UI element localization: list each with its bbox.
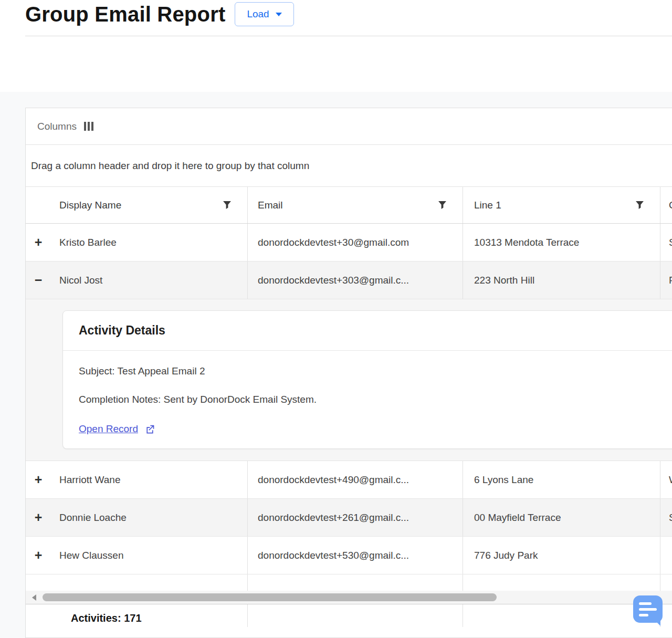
group-by-drop-zone[interactable]: Drag a column header and drop it here to…	[26, 145, 672, 187]
header-email[interactable]: Email	[247, 187, 463, 223]
page-header: Group Email Report Load	[25, 2, 294, 26]
grid-header-row: Display Name Email Line 1	[26, 187, 672, 224]
group-panel-text: Drag a column header and drop it here to…	[31, 160, 309, 172]
row-detail-panel: Activity Details Subject: Test Appeal Em…	[26, 299, 672, 461]
cell-line-1: 223 North Hill	[463, 262, 660, 299]
page: Group Email Report Load Columns Drag a c…	[0, 0, 672, 638]
cell-display-name: Nicol Jost	[51, 262, 247, 299]
chevron-down-icon	[276, 13, 282, 16]
cell-clipped: W	[660, 461, 672, 498]
cell-display-name: Harriott Wane	[51, 461, 247, 498]
header-clipped-column[interactable]: C	[660, 187, 672, 223]
scrollbar-thumb[interactable]	[43, 593, 497, 601]
cell-display-name: Kristo Barlee	[51, 224, 247, 261]
cell-email: donordockdevtest+30@gmail.com	[247, 224, 463, 261]
external-link-icon	[144, 424, 155, 435]
filter-icon[interactable]	[223, 201, 232, 210]
grid-footer-row: Activities: 171	[26, 604, 672, 627]
activity-details-header: Activity Details	[63, 311, 672, 351]
cell-line-1: 6 Lyons Lane	[463, 461, 660, 498]
header-line-1[interactable]: Line 1	[463, 187, 660, 223]
cell-email: donordockdevtest+490@gmail.c...	[247, 461, 463, 498]
expand-row-button[interactable]: +	[35, 549, 43, 562]
cell-display-name: Donnie Loache	[51, 499, 247, 536]
columns-label: Columns	[37, 121, 77, 132]
page-title: Group Email Report	[25, 3, 225, 26]
table-row: + Kristo Barlee donordockdevtest+30@gmai…	[26, 224, 672, 262]
cell-line-1: 10313 Mendota Terrace	[463, 224, 660, 261]
title-divider	[25, 36, 672, 36]
scrollbar-track[interactable]	[43, 591, 672, 604]
columns-icon	[84, 122, 93, 131]
cell-email: donordockdevtest+261@gmail.c...	[247, 499, 463, 536]
cell-clipped	[660, 537, 672, 574]
expand-row-button[interactable]: +	[35, 473, 43, 486]
cell-clipped: S	[660, 224, 672, 261]
cell-email: donordockdevtest+530@gmail.c...	[247, 537, 463, 574]
filter-icon[interactable]	[635, 201, 644, 210]
activity-subject: Subject: Test Appeal Email 2	[79, 365, 662, 377]
activities-total: Activities: 171	[59, 612, 142, 624]
load-button-label: Load	[247, 8, 269, 20]
empty-filler-row	[26, 574, 672, 591]
activity-details-body: Subject: Test Appeal Email 2 Completion …	[63, 351, 672, 448]
cell-display-name: Hew Claussen	[51, 537, 247, 574]
collapse-row-button[interactable]: −	[35, 274, 43, 287]
activity-details-title: Activity Details	[79, 323, 662, 338]
table-row: + Harriott Wane donordockdevtest+490@gma…	[26, 461, 672, 499]
chat-widget-button[interactable]	[633, 595, 663, 625]
email-report-grid: Columns Drag a column header and drop it…	[25, 108, 672, 638]
expand-row-button[interactable]: +	[35, 511, 43, 524]
header-expand-column	[26, 187, 51, 223]
grid-toolbar: Columns	[26, 108, 672, 145]
activity-details-card: Activity Details Subject: Test Appeal Em…	[62, 310, 672, 449]
horizontal-scrollbar	[26, 591, 672, 604]
activity-completion-notes: Completion Notes: Sent by DonorDock Emai…	[79, 394, 662, 405]
expand-row-button[interactable]: +	[35, 236, 43, 249]
load-button[interactable]: Load	[235, 2, 293, 26]
cell-line-1: 00 Mayfield Terrace	[463, 499, 660, 536]
table-row: + Donnie Loache donordockdevtest+261@gma…	[26, 499, 672, 537]
cell-line-1: 776 Judy Park	[463, 537, 660, 574]
chat-bubble-tail	[653, 619, 660, 626]
cell-email: donordockdevtest+303@gmail.c...	[247, 262, 463, 299]
cell-clipped: P	[660, 262, 672, 299]
table-row: + Hew Claussen donordockdevtest+530@gmai…	[26, 537, 672, 574]
scroll-left-arrow[interactable]	[26, 591, 43, 604]
table-row: − Nicol Jost donordockdevtest+303@gmail.…	[26, 262, 672, 299]
filter-icon[interactable]	[438, 201, 447, 210]
columns-menu-button[interactable]: Columns	[31, 117, 100, 137]
cell-clipped: S	[660, 499, 672, 536]
header-display-name[interactable]: Display Name	[51, 187, 247, 223]
open-record-link[interactable]: Open Record	[79, 423, 155, 435]
